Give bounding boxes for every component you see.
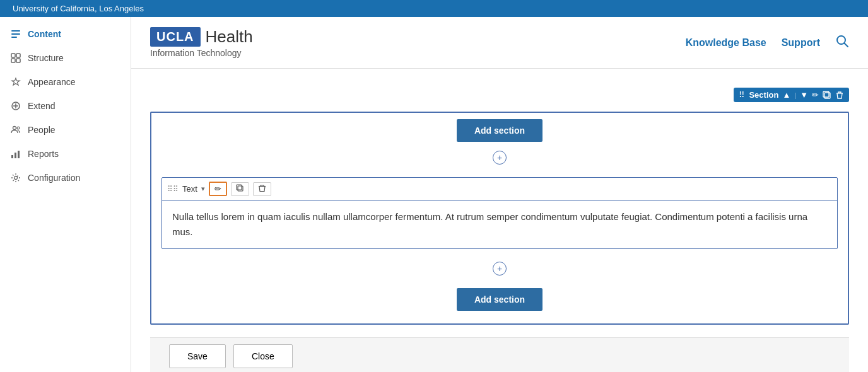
structure-icon [10,52,21,64]
block-copy-button[interactable] [231,182,249,196]
svg-rect-13 [15,153,16,158]
site-header: UCLA Health Information Technology Knowl… [131,17,868,69]
content-icon [10,28,21,40]
svg-point-10 [13,127,16,130]
svg-point-15 [15,177,18,180]
header-nav: Knowledge Base Support [686,34,849,51]
block-container: + ⠿⠿ Text ▾ ✏ [151,148,848,278]
add-section-bottom-area: Add section [151,278,848,323]
content-area: UCLA Health Information Technology Knowl… [131,17,868,372]
support-link[interactable]: Support [782,37,820,49]
section-wrapper: Add section + ⠿⠿ Text ▾ [150,112,849,325]
sidebar-item-label: People [28,125,56,135]
reports-icon [10,148,21,160]
action-bar: Save Close [150,337,849,372]
appearance-icon [10,76,21,88]
block-edit-button[interactable]: ✏ [209,182,227,196]
extend-icon [10,100,21,112]
page-content: ⠿ Section ▲ | ▼ ✏ [131,69,868,372]
section-up-icon[interactable]: ▲ [782,90,790,100]
svg-rect-1 [11,33,20,35]
top-bar: University of California, Los Angeles [0,0,868,17]
section-delete-icon[interactable] [835,91,844,100]
configuration-icon [10,172,21,183]
block-text: Nulla tellus lorem in quam iaculis nulla… [172,211,807,237]
add-row-bottom: + [151,259,848,278]
sidebar-item-content[interactable]: Content [0,22,131,46]
svg-rect-21 [237,185,242,190]
svg-rect-20 [238,186,243,191]
sidebar-item-label: Extend [28,101,56,111]
add-row-top: + [151,148,848,167]
add-row-top-button[interactable]: + [493,151,507,165]
svg-point-11 [17,127,20,129]
block-delete-button[interactable] [253,182,271,196]
knowledge-base-link[interactable]: Knowledge Base [686,37,766,49]
svg-rect-6 [16,59,20,62]
logo-block: UCLA Health Information Technology [150,27,253,58]
sidebar: Content Structure Appearance [0,17,131,372]
sidebar-item-extend[interactable]: Extend [0,94,131,118]
svg-rect-14 [18,151,20,158]
university-name: University of California, Los Angeles [13,4,144,13]
sidebar-item-reports[interactable]: Reports [0,142,131,166]
search-button[interactable] [835,34,849,51]
svg-rect-12 [11,155,13,158]
section-toolbar: ⠿ Section ▲ | ▼ ✏ [734,88,849,102]
svg-rect-4 [16,54,20,57]
section-down-icon[interactable]: ▼ [800,90,808,100]
svg-rect-3 [11,54,15,57]
save-button[interactable]: Save [169,344,226,368]
sidebar-item-label: Content [28,29,61,39]
sidebar-item-structure[interactable]: Structure [0,46,131,70]
logo-ucla: UCLA [150,27,201,47]
block-content: Nulla tellus lorem in quam iaculis nulla… [162,201,837,248]
logo-health: Health [206,27,253,47]
svg-rect-5 [11,59,15,62]
block-type-label: Text [182,184,197,194]
sidebar-item-label: Appearance [28,77,76,87]
sidebar-item-label: Structure [28,53,64,63]
sidebar-item-people[interactable]: People [0,118,131,142]
section-label: Section [749,90,778,100]
section-container: ⠿ Section ▲ | ▼ ✏ [150,112,849,325]
svg-line-17 [845,44,848,47]
grid-icon[interactable]: ⠿ [739,90,745,100]
add-row-bottom-button[interactable]: + [493,262,507,276]
sidebar-item-label: Reports [28,149,59,159]
people-icon [10,124,21,136]
svg-rect-0 [11,30,20,32]
sidebar-item-configuration[interactable]: Configuration [0,166,131,190]
section-copy-icon[interactable] [823,91,831,100]
logo-subtitle: Information Technology [150,48,253,58]
add-section-top-area: Add section [151,113,848,148]
block-drag-handle[interactable]: ⠿⠿ [167,185,179,194]
section-edit-icon[interactable]: ✏ [812,90,819,100]
sidebar-item-label: Configuration [28,173,80,183]
add-section-top-button[interactable]: Add section [457,119,542,142]
add-section-bottom-button[interactable]: Add section [457,288,542,311]
block-toolbar: ⠿⠿ Text ▾ ✏ [162,178,837,201]
block-type-dropdown[interactable]: ▾ [201,185,205,193]
logo-top: UCLA Health [150,27,253,47]
svg-rect-2 [11,37,17,38]
block-wrapper: ⠿⠿ Text ▾ ✏ [161,177,838,249]
sidebar-item-appearance[interactable]: Appearance [0,70,131,94]
close-button[interactable]: Close [233,344,293,368]
